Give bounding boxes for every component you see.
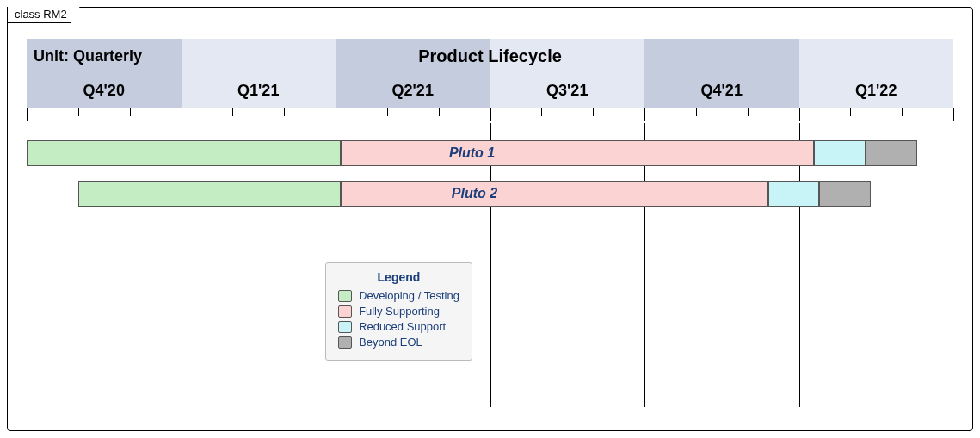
tick-minor xyxy=(541,108,542,116)
legend: Legend Developing / TestingFully Support… xyxy=(325,262,472,361)
header-bg-cell xyxy=(490,39,645,73)
unit-label: Unit: Quarterly xyxy=(34,39,142,73)
legend-label: Reduced Support xyxy=(359,320,446,333)
tick-minor xyxy=(850,108,851,116)
tick-minor xyxy=(232,108,233,116)
bar-segment xyxy=(78,181,341,207)
tick-minor xyxy=(593,108,594,116)
tick-major xyxy=(490,108,491,121)
bar-track: Pluto 2 xyxy=(27,181,953,207)
header-quarters-row: Q4'20Q1'21Q2'21Q3'21Q4'21Q1'22 xyxy=(27,73,953,108)
tick-minor xyxy=(902,108,903,116)
tick-major xyxy=(953,108,954,121)
quarter-label: Q2'21 xyxy=(336,73,490,108)
tick-minor xyxy=(78,108,79,116)
axis-ticks xyxy=(27,108,953,123)
diagram-frame: class RM2 Unit: Quarterly Product Lifecy… xyxy=(7,7,973,431)
header-bg-cell xyxy=(182,39,336,73)
bar-segment xyxy=(768,181,820,207)
bar-track: Pluto 1 xyxy=(27,140,953,166)
quarter-label: Q1'21 xyxy=(182,73,336,108)
chart-area: Unit: Quarterly Product Lifecycle Q4'20Q… xyxy=(27,39,953,417)
legend-item: Beyond EOL xyxy=(338,336,459,349)
legend-item: Developing / Testing xyxy=(338,289,459,302)
quarter-label: Q4'20 xyxy=(27,73,182,108)
bar-segment xyxy=(866,140,917,166)
bar-segment xyxy=(341,140,814,166)
header-top-row xyxy=(27,39,953,73)
tick-minor xyxy=(284,108,285,116)
quarter-label: Q4'21 xyxy=(644,73,799,108)
quarter-label: Q1'22 xyxy=(799,73,954,108)
tick-major xyxy=(27,108,28,121)
legend-item: Reduced Support xyxy=(338,320,459,333)
legend-label: Developing / Testing xyxy=(359,289,459,302)
tick-minor xyxy=(387,108,388,116)
tick-major xyxy=(799,108,800,121)
tick-major xyxy=(644,108,645,121)
tick-minor xyxy=(439,108,440,116)
legend-item: Fully Supporting xyxy=(338,305,459,318)
tick-major xyxy=(336,108,336,121)
legend-swatch xyxy=(338,305,352,318)
header-bg-cell xyxy=(644,39,799,73)
tick-major xyxy=(182,108,182,121)
bar-segment xyxy=(819,181,871,207)
bar-segment xyxy=(341,181,768,207)
legend-label: Fully Supporting xyxy=(359,305,440,318)
legend-swatch xyxy=(338,336,352,349)
legend-title: Legend xyxy=(338,270,459,284)
header-bg-cell xyxy=(799,39,954,73)
legend-label: Beyond EOL xyxy=(359,336,422,349)
tick-minor xyxy=(696,108,697,116)
legend-swatch xyxy=(338,321,352,333)
bar-segment xyxy=(814,140,866,166)
bar-segment xyxy=(27,140,341,166)
quarter-label: Q3'21 xyxy=(490,73,645,108)
tick-minor xyxy=(130,108,131,116)
legend-swatch xyxy=(338,290,352,302)
header-bg-cell xyxy=(336,39,490,73)
frame-label: class RM2 xyxy=(7,7,80,23)
tick-minor xyxy=(748,108,749,116)
